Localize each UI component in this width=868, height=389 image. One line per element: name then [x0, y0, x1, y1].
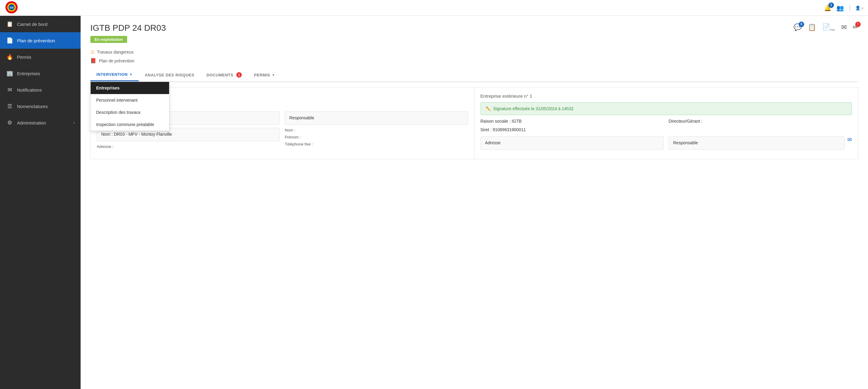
nom-label: Nom : DR03 - MFV - Montoy Flanville	[101, 132, 172, 137]
tab-permis-label: PERMIS	[254, 73, 270, 77]
sidebar-item-notifications[interactable]: ✉ Notifications	[0, 82, 81, 98]
dropdown-entreprises-label: Entreprises	[96, 86, 120, 90]
warning-plan-text: Plan de prévention	[99, 58, 134, 63]
sidebar-item-plan[interactable]: 📄 Plan de prévention	[0, 32, 81, 49]
intervention-caret-icon: ▼	[130, 73, 133, 76]
warning-plan: 📕 Plan de prévention	[90, 58, 858, 64]
signature-text: Signature effectuée le 31/05/2024 à 14h3…	[493, 106, 574, 111]
right-responsable-box: Responsable	[669, 137, 845, 150]
notifications-icon: ✉	[6, 86, 13, 93]
email-send-icon[interactable]: ✉	[841, 24, 847, 31]
tabs-bar: INTERVENTION ▼ Entreprises Personnel int…	[90, 68, 858, 82]
right-address-grid: Adresse Responsable ✉	[480, 137, 852, 153]
sidebar-item-carnet[interactable]: 📋 Carnet de bord	[0, 16, 81, 32]
dropdown-item-entreprises[interactable]: Entreprises	[91, 82, 169, 94]
sidebar-item-administration[interactable]: ⚙ Administration ›	[0, 115, 81, 131]
resp-tel: Téléphone fixe :	[285, 142, 468, 146]
tab-intervention-label: INTERVENTION	[96, 72, 128, 77]
warning-travaux: ⚠ Travaux dangereux	[90, 49, 858, 55]
signature-box: ✏️ Signature effectuée le 31/05/2024 à 1…	[480, 102, 852, 115]
sidebar: 📋 Carnet de bord 📄 Plan de prévention 🔥 …	[0, 16, 81, 389]
page-title-row: IGTB PDP 24 DR03 En exploitation 💬 0 📋 📄…	[90, 23, 858, 49]
profile-chevron: ›	[862, 5, 863, 10]
right-adresse-box: Adresse	[480, 137, 664, 150]
tab-intervention[interactable]: INTERVENTION ▼	[90, 68, 139, 81]
main-layout: 📋 Carnet de bord 📄 Plan de prévention 🔥 …	[0, 16, 868, 389]
main-content: IGTB PDP 24 DR03 En exploitation 💬 0 📋 📄…	[81, 16, 868, 389]
document-icon[interactable]: 📋	[808, 24, 816, 31]
top-bar-right: 🔔 1 👥 | 👤 ›	[824, 4, 863, 11]
sidebar-item-plan-label: Plan de prévention	[17, 38, 74, 43]
directeur-label: Directeur/Gérant :	[669, 119, 852, 124]
raison-sociale-right: Raison sociale : IGTB	[480, 119, 664, 124]
sidebar-item-permis-label: Permis	[17, 55, 74, 60]
dropdown-item-description[interactable]: Description des travaux	[91, 106, 169, 118]
comments-badge: 0	[799, 22, 804, 27]
svg-text:lidl: lidl	[10, 6, 14, 9]
signature-pen-icon: ✏️	[486, 106, 491, 111]
nomenclatures-icon: ☰	[6, 103, 13, 110]
siret: Siret : 91069631900011	[480, 127, 852, 132]
top-bar: lidl 🔔 1 👥 | 👤 ›	[0, 0, 868, 16]
tab-analyse-label: ANALYSE DES RISQUES	[145, 73, 194, 77]
warning-travaux-text: Travaux dangereux	[97, 50, 133, 55]
logo: lidl	[5, 1, 18, 15]
administration-chevron-icon: ›	[73, 121, 74, 125]
adresse-value: Adresse :	[97, 144, 280, 149]
right-panel: Entreprise extérieure n° 1 ✏️ Signature …	[474, 87, 858, 159]
content-grid: Entreprise utilisatrice Raison sociale :…	[90, 87, 858, 159]
sidebar-item-nomenclatures-label: Nomenclatures	[17, 104, 74, 109]
tab-permis[interactable]: PERMIS ▼	[248, 68, 281, 82]
sidebar-item-notifications-label: Notifications	[17, 87, 74, 93]
administration-icon: ⚙	[6, 119, 13, 126]
entreprises-icon: 🏢	[6, 70, 13, 77]
profile-icon: 👤	[855, 5, 860, 10]
permis-caret-icon: ▼	[272, 73, 275, 77]
right-adresse-section: Adresse	[480, 137, 664, 153]
tab-documents[interactable]: DOCUMENTS 1	[200, 68, 248, 82]
plan-icon: 📄	[6, 37, 13, 44]
divider: |	[849, 4, 850, 11]
sidebar-item-nomenclatures[interactable]: ☰ Nomenclatures	[0, 98, 81, 115]
permis-icon: 🔥	[6, 54, 13, 60]
documents-badge: 1	[236, 72, 242, 78]
responsable-email-icon[interactable]: ✉	[847, 137, 852, 143]
warning-triangle-icon: ⚠	[90, 49, 95, 55]
page-title-section: IGTB PDP 24 DR03 En exploitation	[90, 23, 166, 49]
sidebar-item-entreprises[interactable]: 🏢 Entreprises	[0, 65, 81, 82]
edit-badge: !	[855, 22, 861, 27]
pdf-export-icon[interactable]: 📄PDF	[822, 23, 835, 31]
intervention-tab-wrapper: INTERVENTION ▼ Entreprises Personnel int…	[90, 68, 139, 82]
edit-icon[interactable]: ✏ !	[853, 24, 858, 31]
dropdown-item-inspection[interactable]: Inspection commune préalable	[91, 118, 169, 130]
notification-bell-icon[interactable]: 🔔 1	[824, 4, 832, 11]
right-info-grid: Raison sociale : IGTB Directeur/Gérant :	[480, 119, 852, 124]
directeur-section: Directeur/Gérant :	[669, 119, 852, 124]
users-icon[interactable]: 👥	[836, 4, 844, 11]
status-badge: En exploitation	[90, 36, 127, 43]
intervention-dropdown: Entreprises Personnel intervenant Descri…	[90, 82, 169, 131]
tab-documents-label: DOCUMENTS	[207, 73, 233, 77]
dropdown-inspection-label: Inspection commune préalable	[96, 122, 154, 127]
pdf-warning-icon: 📕	[90, 58, 96, 64]
dropdown-personnel-label: Personnel intervenant	[96, 98, 137, 102]
tab-analyse[interactable]: ANALYSE DES RISQUES	[139, 68, 200, 82]
right-panel-title: Entreprise extérieure n° 1	[480, 93, 852, 99]
sidebar-item-carnet-label: Carnet de bord	[17, 22, 74, 27]
right-responsable-label: Responsable	[673, 140, 698, 145]
resp-nom: Nom :	[285, 128, 468, 132]
page-header-actions: 💬 0 📋 📄PDF ✉ ✏ !	[794, 23, 858, 31]
raison-sociale-right-section: Raison sociale : IGTB	[480, 119, 664, 124]
right-adresse-label: Adresse	[485, 140, 501, 145]
sidebar-item-permis[interactable]: 🔥 Permis	[0, 49, 81, 65]
responsable-label-box: Responsable	[285, 111, 468, 125]
comments-icon[interactable]: 💬 0	[794, 24, 802, 31]
dropdown-description-label: Description des travaux	[96, 110, 141, 115]
right-responsable-section: Responsable ✉	[669, 137, 852, 153]
page-title: IGTB PDP 24 DR03	[90, 23, 166, 33]
sidebar-item-entreprises-label: Entreprises	[17, 71, 74, 76]
responsable-section: Responsable Nom : Prénom : Téléphone fix…	[285, 111, 468, 149]
dropdown-item-personnel[interactable]: Personnel intervenant	[91, 94, 169, 106]
responsable-label: Responsable	[289, 115, 314, 120]
user-profile[interactable]: 👤 ›	[855, 5, 863, 10]
